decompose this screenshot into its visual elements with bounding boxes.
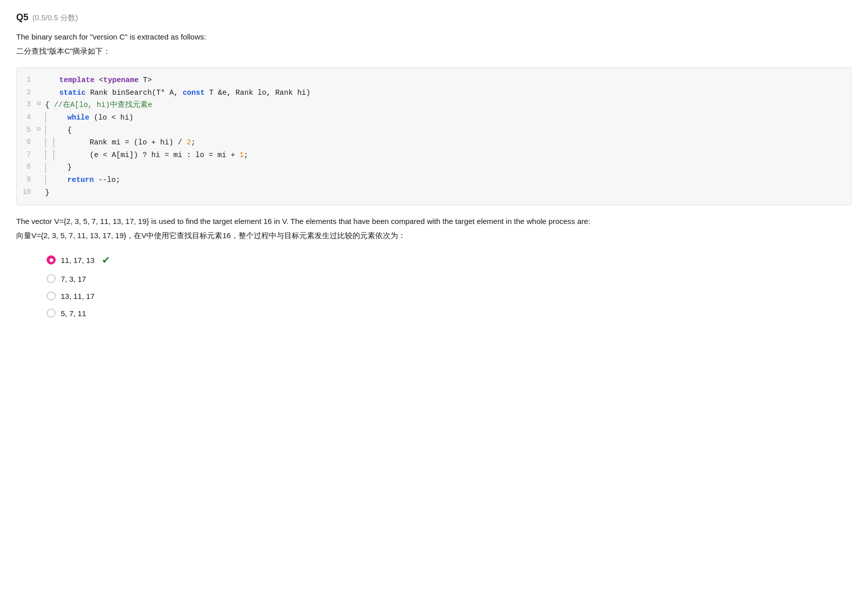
code-line-3: 3 ⊟ { //在A[lo, hi)中查找元素e	[17, 99, 851, 111]
line-num-6: 6	[21, 136, 37, 148]
radio-b[interactable]	[47, 274, 56, 283]
line-num-5: 5	[21, 124, 37, 136]
line-num-9: 9	[21, 174, 37, 186]
code-line-8: 8 }	[17, 161, 851, 174]
question-number: Q5	[16, 12, 28, 23]
code-line-6: 6 Rank mi = (lo + hi) / 2;	[17, 136, 851, 149]
radio-a[interactable]	[47, 255, 56, 264]
option-d-label: 5, 7, 11	[61, 309, 86, 318]
description-en: The binary search for "version C" is ext…	[16, 31, 852, 43]
option-c-row[interactable]: 13, 11, 17	[47, 291, 852, 300]
option-a-label: 11, 17, 13	[61, 256, 95, 264]
option-a-row[interactable]: 11, 17, 13 ✔	[47, 254, 852, 266]
line-num-10: 10	[21, 186, 37, 199]
line-num-2: 2	[21, 87, 37, 99]
code-line-9: 9 return --lo;	[17, 174, 851, 186]
option-b-row[interactable]: 7, 3, 17	[47, 274, 852, 283]
code-line-1: 1 template <typename T>	[17, 74, 851, 87]
post-code-zh: 向量V={2, 3, 5, 7, 11, 13, 17, 19}，在V中使用它查…	[16, 230, 852, 242]
question-header: Q5 (0.5/0.5 分数)	[16, 12, 852, 23]
line-num-4: 4	[21, 111, 37, 124]
code-line-2: 2 static Rank binSearch(T* A, const T &e…	[17, 87, 851, 99]
question-score: (0.5/0.5 分数)	[32, 13, 78, 23]
options-container: 11, 17, 13 ✔ 7, 3, 17 13, 11, 17 5, 7, 1…	[16, 254, 852, 318]
option-b-label: 7, 3, 17	[61, 275, 86, 283]
line-num-8: 8	[21, 161, 37, 173]
line-num-3: 3	[21, 99, 37, 111]
description-zh: 二分查找"版本C"摘录如下：	[16, 45, 852, 57]
correct-check-icon: ✔	[102, 254, 110, 266]
code-line-10: 10 }	[17, 186, 851, 199]
code-line-4: 4 while (lo < hi)	[17, 111, 851, 124]
code-line-7: 7 (e < A[mi]) ? hi = mi : lo = mi + 1;	[17, 149, 851, 162]
line-num-1: 1	[21, 74, 37, 86]
code-block: 1 template <typename T> 2 static Rank bi…	[16, 67, 852, 205]
code-line-5: 5 ⊟ {	[17, 124, 851, 137]
radio-c[interactable]	[47, 291, 56, 300]
radio-d[interactable]	[47, 309, 56, 318]
line-num-7: 7	[21, 149, 37, 161]
post-code-en: The vector V={2, 3, 5, 7, 11, 13, 17, 19…	[16, 215, 852, 228]
option-d-row[interactable]: 5, 7, 11	[47, 309, 852, 318]
option-c-label: 13, 11, 17	[61, 292, 95, 300]
